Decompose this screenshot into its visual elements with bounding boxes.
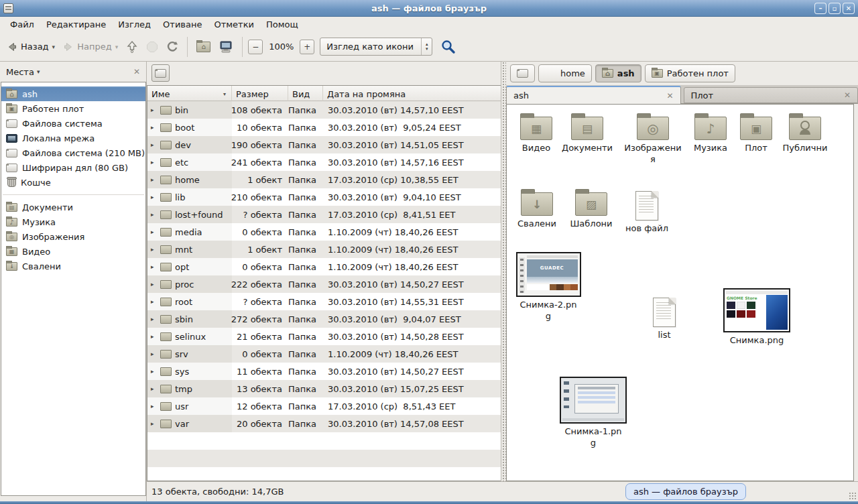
- table-row[interactable]: ▸ bin 108 обекта Папка 30.03.2010 (вт) 1…: [147, 101, 501, 119]
- home-button[interactable]: [193, 39, 214, 55]
- tab[interactable]: Плот ✕: [684, 87, 858, 103]
- column-header-type[interactable]: Вид: [288, 86, 323, 101]
- file-icon-item[interactable]: GNOME GNOME Store: [722, 288, 792, 346]
- expander-icon[interactable]: ▸: [151, 246, 157, 253]
- reload-button[interactable]: [163, 38, 182, 56]
- breadcrumb-button[interactable]: ash: [595, 64, 641, 82]
- sidebar-item[interactable]: Свалени: [1, 259, 145, 273]
- close-tab-icon[interactable]: ✕: [844, 90, 851, 100]
- back-button[interactable]: Назад ▾: [3, 39, 58, 55]
- root-breadcrumb-button[interactable]: [151, 64, 170, 82]
- file-icon-item[interactable]: list: [635, 296, 694, 341]
- table-row[interactable]: ▸ usr 12 обекта Папка 17.03.2010 (ср) 8,…: [147, 397, 501, 415]
- table-row[interactable]: ▸ tmp 13 обекта Папка 30.03.2010 (вт) 15…: [147, 380, 501, 397]
- menu-item[interactable]: Изглед: [112, 18, 157, 31]
- expander-icon[interactable]: ▸: [151, 385, 157, 392]
- sidebar-item[interactable]: Файлова система (210 MB): [1, 145, 145, 160]
- expander-icon[interactable]: ▸: [151, 420, 157, 427]
- expander-icon[interactable]: ▸: [151, 368, 157, 375]
- column-header-date[interactable]: Дата на промяна: [323, 86, 501, 101]
- forward-history-dropdown[interactable]: ▾: [115, 44, 119, 50]
- table-row[interactable]: ▸ selinux 21 обекта Папка 30.03.2010 (вт…: [147, 328, 501, 345]
- expander-icon[interactable]: ▸: [151, 159, 157, 166]
- sidebar-title[interactable]: Места: [6, 67, 34, 77]
- sidebar-item[interactable]: Видео: [1, 244, 145, 259]
- expander-icon[interactable]: ▸: [151, 298, 157, 305]
- close-button[interactable]: ✕: [843, 3, 855, 14]
- expander-icon[interactable]: ▸: [151, 263, 157, 270]
- expander-icon[interactable]: ▸: [151, 211, 157, 218]
- file-icon-item[interactable]: GUADEC GUADEC: [515, 252, 582, 322]
- computer-button[interactable]: [215, 38, 237, 56]
- column-header-name[interactable]: Име ▾: [147, 86, 232, 101]
- column-header-size[interactable]: Размер: [232, 86, 288, 101]
- sidebar-close-icon[interactable]: ✕: [133, 67, 140, 76]
- breadcrumb-button[interactable]: [510, 64, 535, 82]
- tab[interactable]: ash ✕: [506, 86, 681, 104]
- table-row[interactable]: ▸ proc 222 обекта Папка 30.03.2010 (вт) …: [147, 275, 501, 293]
- menu-item[interactable]: Файл: [4, 18, 40, 31]
- sidebar-item[interactable]: Изображения: [1, 229, 145, 244]
- back-history-dropdown[interactable]: ▾: [52, 44, 56, 50]
- close-tab-icon[interactable]: ✕: [666, 91, 673, 101]
- breadcrumb-button[interactable]: Работен плот: [645, 64, 735, 82]
- expander-icon[interactable]: ▸: [151, 333, 157, 340]
- menu-item[interactable]: Редактиране: [40, 18, 112, 31]
- file-icon-item[interactable]: Изображения: [623, 111, 682, 166]
- file-icon-item[interactable]: Свалени: [507, 187, 566, 230]
- breadcrumb-button[interactable]: home: [538, 64, 592, 82]
- pane-divider[interactable]: [501, 62, 506, 481]
- expander-icon[interactable]: ▸: [151, 229, 157, 235]
- stop-button[interactable]: [143, 38, 162, 56]
- sidebar-item[interactable]: Музика: [1, 214, 145, 229]
- zoom-out-button[interactable]: −: [248, 40, 263, 54]
- zoom-in-button[interactable]: +: [300, 40, 314, 54]
- table-row[interactable]: ▸ lost+found ? обекта Папка 17.03.2010 (…: [147, 206, 501, 223]
- minimize-button[interactable]: –: [814, 3, 826, 14]
- up-button[interactable]: [123, 38, 141, 56]
- file-icon-item[interactable]: Видео: [507, 111, 566, 154]
- sidebar-item[interactable]: Шифриран дял (80 GB): [1, 160, 145, 175]
- table-row[interactable]: ▸ var 20 обекта Папка 30.03.2010 (вт) 14…: [147, 415, 501, 432]
- table-row[interactable]: ▸ srv 0 обекта Папка 1.10.2009 (чт) 18,4…: [147, 345, 501, 363]
- sidebar-item[interactable]: Документи: [1, 200, 145, 214]
- table-row[interactable]: ▸ boot 10 обекта Папка 30.03.2010 (вт) 9…: [147, 119, 501, 136]
- view-mode-select[interactable]: Изглед като икони ▴▾: [320, 38, 432, 56]
- sidebar-item[interactable]: Локална мрежа: [1, 131, 145, 145]
- menu-item[interactable]: Отметки: [208, 18, 259, 31]
- chevron-down-icon[interactable]: ▾: [37, 68, 40, 75]
- expander-icon[interactable]: ▸: [151, 351, 157, 357]
- expander-icon[interactable]: ▸: [151, 124, 157, 131]
- table-row[interactable]: ▸ dev 190 обекта Папка 30.03.2010 (вт) 1…: [147, 136, 501, 153]
- file-icon-item[interactable]: Снимка-1.png: [558, 377, 628, 449]
- file-icon-item[interactable]: Документи: [558, 111, 617, 154]
- menu-item[interactable]: Отиване: [157, 18, 208, 31]
- table-row[interactable]: ▸ mnt 1 обект Папка 1.10.2009 (чт) 18,40…: [147, 241, 501, 258]
- icon-canvas[interactable]: Видео: [506, 104, 854, 481]
- sidebar-item[interactable]: ash: [1, 86, 145, 101]
- expander-icon[interactable]: ▸: [151, 316, 157, 322]
- expander-icon[interactable]: ▸: [151, 107, 157, 113]
- resize-grip[interactable]: [849, 492, 857, 500]
- expander-icon[interactable]: ▸: [151, 403, 157, 410]
- sidebar-item[interactable]: Кошче: [1, 175, 145, 190]
- table-row[interactable]: ▸ sbin 272 обекта Папка 30.03.2010 (вт) …: [147, 310, 501, 328]
- menu-item[interactable]: Помощ: [260, 18, 304, 31]
- sidebar-item[interactable]: Файлова система: [1, 116, 145, 131]
- file-icon-item[interactable]: нов файл: [617, 190, 676, 235]
- expander-icon[interactable]: ▸: [151, 281, 157, 288]
- search-button[interactable]: [439, 38, 458, 56]
- file-icon-item[interactable]: Публични: [776, 111, 835, 154]
- table-row[interactable]: ▸ opt 0 обекта Папка 1.10.2009 (чт) 18,4…: [147, 258, 501, 275]
- forward-button[interactable]: Напред ▾: [60, 39, 121, 55]
- file-icon-item[interactable]: Шаблони: [562, 187, 621, 230]
- expander-icon[interactable]: ▸: [151, 194, 157, 200]
- expander-icon[interactable]: ▸: [151, 176, 157, 183]
- sidebar-item[interactable]: Работен плот: [1, 101, 145, 116]
- maximize-button[interactable]: ▫: [829, 3, 841, 14]
- table-row[interactable]: ▸ home 1 обект Папка 17.03.2010 (ср) 10,…: [147, 171, 501, 188]
- table-row[interactable]: ▸ sys 11 обекта Папка 30.03.2010 (вт) 14…: [147, 363, 501, 380]
- table-row[interactable]: ▸ lib 210 обекта Папка 30.03.2010 (вт) 9…: [147, 188, 501, 206]
- table-row[interactable]: ▸ etc 241 обекта Папка 30.03.2010 (вт) 1…: [147, 153, 501, 171]
- table-row[interactable]: ▸ root ? обекта Папка 30.03.2010 (вт) 14…: [147, 293, 501, 310]
